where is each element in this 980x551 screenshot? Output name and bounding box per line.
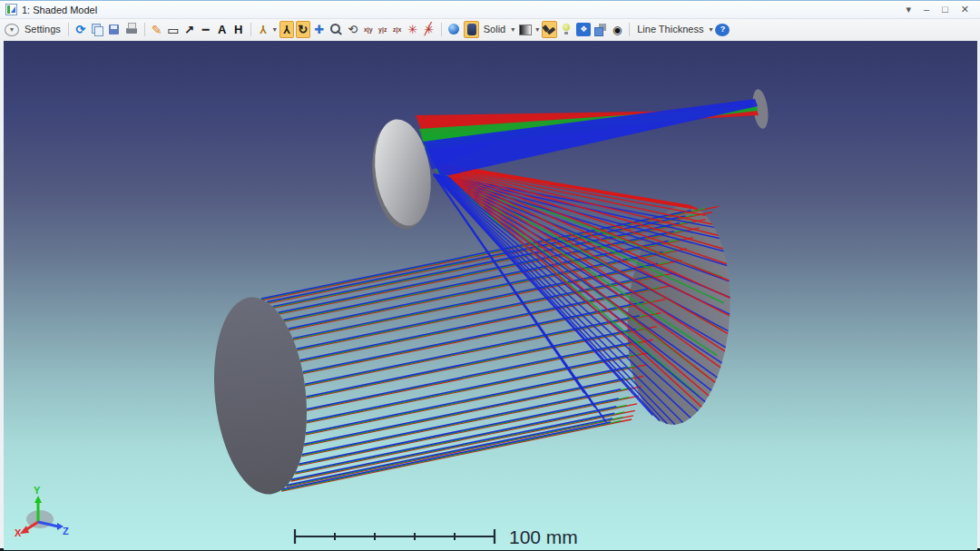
shaded-solid-icon[interactable] [464, 21, 479, 38]
window-menu-button[interactable]: ▾ [906, 5, 911, 15]
gradient-caret[interactable]: ▾ [534, 21, 541, 38]
window-controls: ▾–□✕ [906, 5, 969, 15]
scale-bar-label: 100 mm [509, 526, 578, 547]
orientation-caret[interactable]: ▾ [271, 21, 279, 38]
globe-icon[interactable] [446, 21, 462, 38]
view-yz-button[interactable]: y|z [377, 21, 389, 38]
title-bar[interactable]: 1: Shaded Model ▾–□✕ [0, 1, 980, 19]
toolbar-separator [144, 23, 145, 36]
axis-tripod-icon[interactable]: Y [279, 21, 294, 38]
line-arrow-icon[interactable]: ↗ [182, 21, 197, 38]
pan-icon[interactable]: ✚ [312, 21, 327, 38]
maximize-button[interactable]: □ [942, 5, 948, 15]
background-gradient-icon[interactable] [517, 21, 533, 38]
close-button[interactable]: ✕ [961, 5, 969, 15]
line-thickness-label[interactable]: Line Thickness [634, 21, 706, 38]
help-icon[interactable]: ? [715, 24, 730, 36]
toolbar-separator [629, 23, 630, 36]
rectangle-icon[interactable]: ▭ [166, 21, 181, 38]
refresh-icon[interactable]: ⟳ [74, 21, 88, 38]
print-icon[interactable] [124, 21, 140, 38]
minimize-button[interactable]: – [924, 5, 929, 15]
spin-icon[interactable]: ✳ [406, 21, 420, 38]
settings-label[interactable]: Settings [22, 21, 64, 38]
settings-expander[interactable]: ▾ [5, 24, 19, 36]
layers-icon[interactable] [593, 21, 608, 38]
dash-icon[interactable]: ━ [199, 21, 213, 38]
pencil-icon[interactable]: ✎ [150, 21, 164, 38]
axis-label-z: Z [63, 526, 69, 536]
shaded-model-window: 1: Shaded Model ▾–□✕ ▾Settings⟳✎▭↗━AHY▾Y… [0, 0, 980, 551]
save-icon[interactable] [107, 21, 122, 38]
view-xy-button[interactable]: x|y [362, 21, 375, 38]
viewport-frame: 100 mmYXZ [0, 40, 980, 551]
fit-window-icon-glyph: ❖ [580, 25, 587, 34]
view-zx-button[interactable]: z|x [391, 21, 404, 38]
axis-label-y: Y [34, 485, 41, 496]
solid-dropdown-label[interactable]: Solid [481, 21, 508, 38]
window-title: 1: Shaded Model [22, 5, 906, 15]
window-icon [5, 4, 17, 15]
axis-orientation-icon[interactable]: Y [256, 21, 270, 38]
height-marker-icon[interactable]: H [231, 21, 246, 38]
spin-stop-icon[interactable]: ✳╱ [422, 21, 436, 38]
flashlight-icon[interactable] [542, 21, 557, 38]
toolbar-separator [441, 23, 442, 36]
slash-glyph: ╱ [425, 23, 432, 34]
solid-caret[interactable]: ▾ [509, 21, 516, 38]
toolbar: ▾Settings⟳✎▭↗━AHY▾Y↻✚⟲x|yy|zz|x✳✳╱Solid▾… [0, 19, 980, 40]
toolbar-separator [250, 23, 251, 36]
help-icon-glyph: ? [720, 25, 726, 34]
axis-label-x: X [15, 527, 22, 538]
zoom-reset-icon[interactable]: ⟲ [346, 21, 360, 38]
zoom-icon[interactable] [328, 21, 344, 38]
line-thickness-caret[interactable]: ▾ [707, 21, 714, 38]
text-label-icon[interactable]: A [215, 21, 230, 38]
target-icon[interactable]: ◉ [610, 21, 624, 38]
rotate-icon[interactable]: ↻ [296, 21, 310, 38]
toolbar-separator [68, 23, 69, 36]
shaded-model-canvas[interactable]: 100 mmYXZ [4, 41, 977, 550]
fit-window-icon[interactable]: ❖ [576, 23, 591, 36]
lightbulb-icon[interactable] [559, 21, 574, 38]
copy-icon[interactable] [90, 21, 105, 38]
